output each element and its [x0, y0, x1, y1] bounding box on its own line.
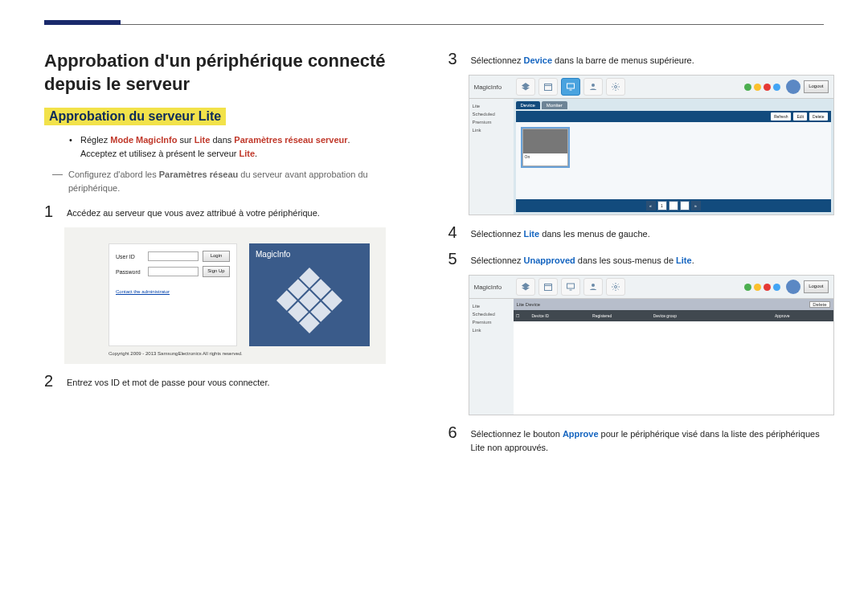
- sidebar-item[interactable]: Link: [473, 126, 510, 134]
- page-next[interactable]: »: [691, 201, 701, 210]
- step-number: 6: [448, 423, 471, 442]
- refresh-button[interactable]: Refresh: [771, 112, 792, 121]
- bullet-text: sur: [177, 135, 194, 145]
- screenshot-device-view: MagicInfo Logout: [469, 75, 834, 215]
- page-3[interactable]: [680, 201, 690, 210]
- step-text: Sélectionnez Device dans la barre de men…: [471, 50, 694, 67]
- keyword-mode: Mode MagicInfo: [110, 135, 177, 145]
- status-dot-red: [764, 84, 771, 91]
- col-checkbox: ☐: [514, 313, 530, 318]
- page-1[interactable]: 1: [657, 201, 667, 210]
- password-input[interactable]: [148, 267, 199, 276]
- edit-button[interactable]: Edit: [793, 112, 807, 121]
- contact-admin-link[interactable]: Contact the administrator: [116, 289, 230, 294]
- nav-device-button[interactable]: [561, 278, 580, 296]
- step-text-part: Sélectionnez: [471, 255, 524, 265]
- tab-monitor[interactable]: Moniter: [542, 101, 567, 109]
- layers-icon: [521, 82, 530, 92]
- col-approve: Approve: [772, 313, 833, 318]
- step-4: 4 Sélectionnez Lite dans les menus de ga…: [448, 223, 825, 242]
- nav-device-button[interactable]: [561, 78, 580, 96]
- section-subheading: Approbation du serveur Lite: [44, 108, 226, 125]
- app-main: Lite Device Delete ☐ Device ID Registere…: [514, 299, 833, 415]
- signup-button[interactable]: Sign Up: [203, 266, 230, 277]
- calendar-icon: [543, 282, 553, 292]
- logout-button[interactable]: Logout: [804, 80, 828, 93]
- tab-device[interactable]: Device: [516, 101, 540, 109]
- login-banner: MagicInfo: [249, 243, 370, 346]
- step-6: 6 Sélectionnez le bouton Approve pour le…: [448, 423, 825, 454]
- sidebar-item[interactable]: Premium: [473, 118, 510, 126]
- svg-point-5: [615, 86, 617, 88]
- sidebar-item[interactable]: Lite: [473, 302, 510, 310]
- list-header: ☐ Device ID Registered Device group Appr…: [514, 310, 833, 321]
- bullet-text: dans: [210, 135, 234, 145]
- brand-text: MagicInfo: [474, 284, 502, 291]
- copyright-text: Copyright 2009 - 2013 SamsungElectronics…: [108, 351, 370, 356]
- device-card[interactable]: On: [522, 129, 568, 166]
- accent-bar: [44, 20, 121, 25]
- sidebar-item[interactable]: Lite: [473, 102, 510, 110]
- step-text: Accédez au serveur que vous avez attribu…: [67, 202, 320, 220]
- svg-rect-8: [567, 284, 575, 288]
- calendar-icon: [543, 82, 553, 92]
- page-prev[interactable]: «: [646, 201, 656, 210]
- bullet-text: Réglez: [80, 135, 110, 145]
- step-text-part: .: [692, 255, 694, 265]
- delete-button[interactable]: Delete: [809, 112, 827, 121]
- step-number: 2: [44, 372, 67, 390]
- nav-content-button[interactable]: [516, 78, 535, 96]
- step-text: Sélectionnez Unapproved dans les sous-me…: [471, 250, 694, 268]
- step-number: 4: [448, 223, 471, 242]
- step-number: 1: [44, 202, 67, 221]
- user-id-input[interactable]: [148, 251, 199, 261]
- step-2: 2 Entrez vos ID et mot de passe pour vou…: [44, 372, 420, 390]
- password-label: Password: [116, 269, 144, 275]
- login-form: User ID Login Password Sign Up Contact t…: [108, 243, 237, 346]
- nav-user-button[interactable]: [583, 78, 603, 96]
- sidebar-item[interactable]: Link: [473, 326, 510, 334]
- nav-setting-button[interactable]: [606, 278, 625, 296]
- sidebar-item[interactable]: Scheduled: [473, 110, 510, 118]
- step-text-part: dans les sous-menus de: [575, 255, 676, 265]
- page-2[interactable]: [669, 201, 678, 210]
- keyword-lite: Lite: [194, 135, 211, 145]
- monitor-icon: [566, 82, 575, 92]
- status-indicators: [744, 84, 780, 91]
- avatar[interactable]: [786, 80, 800, 94]
- step-text-part: Sélectionnez le bouton: [471, 429, 563, 439]
- app-toolbar: MagicInfo Logout: [469, 276, 833, 299]
- avatar[interactable]: [786, 280, 800, 294]
- bullet-text: Acceptez et utilisez à présent le serveu…: [80, 149, 239, 158]
- app-toolbar: MagicInfo Logout: [469, 76, 833, 99]
- left-column: Approbation d'un périphérique connecté d…: [44, 50, 420, 460]
- login-button[interactable]: Login: [203, 251, 230, 262]
- device-status: On: [523, 153, 567, 160]
- status-dot-yellow: [754, 84, 761, 91]
- sidebar-item[interactable]: Scheduled: [473, 310, 510, 318]
- nav-setting-button[interactable]: [606, 78, 625, 96]
- gear-icon: [611, 282, 620, 292]
- col-device-id: Device ID: [530, 313, 591, 318]
- right-column: 3 Sélectionnez Device dans la barre de m…: [448, 50, 825, 460]
- bullet-text: .: [255, 149, 257, 158]
- keyword-device: Device: [524, 55, 552, 65]
- nav-content-button[interactable]: [516, 278, 535, 296]
- step-text-part: Sélectionnez: [471, 55, 524, 65]
- status-dot-yellow: [754, 284, 761, 291]
- step-text-part: dans la barre de menus supérieure.: [552, 55, 694, 65]
- nav-schedule-button[interactable]: [538, 78, 558, 96]
- device-action-bar: Refresh Edit Delete: [516, 111, 831, 122]
- col-group: Device group: [651, 313, 712, 318]
- note-text: Configurez d'abord les: [68, 170, 159, 179]
- screenshot-unapproved-view: MagicInfo Logout: [469, 275, 834, 415]
- logout-button[interactable]: Logout: [804, 280, 828, 293]
- status-indicators: [744, 284, 780, 291]
- svg-rect-2: [567, 84, 575, 88]
- status-dot-blue: [773, 284, 780, 291]
- delete-button[interactable]: Delete: [809, 301, 829, 308]
- nav-schedule-button[interactable]: [538, 278, 558, 296]
- nav-user-button[interactable]: [583, 278, 603, 296]
- sidebar-item[interactable]: Premium: [473, 318, 510, 326]
- brand-text: MagicInfo: [256, 250, 290, 259]
